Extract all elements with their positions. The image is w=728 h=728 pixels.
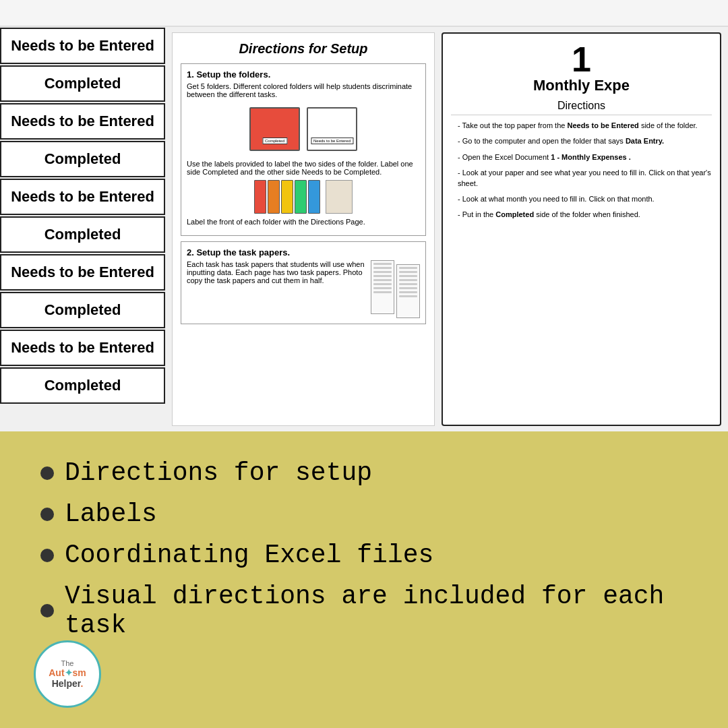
- middle-panel: Directions for Setup 1. Setup the folder…: [172, 32, 435, 426]
- left-panel: Needs to be EnteredCompletedNeeds to be …: [0, 27, 165, 431]
- section2-heading: 2. Setup the task papers.: [187, 247, 420, 257]
- monthly-title: Monthly Expe: [451, 77, 712, 94]
- bottom-panel: Directions for setupLabelsCoordinating E…: [0, 431, 728, 728]
- completed-label-5: Completed: [0, 216, 165, 253]
- bullet-list: Directions for setupLabelsCoordinating E…: [40, 458, 688, 640]
- top-bar: [0, 0, 728, 27]
- bullet-text-1: Labels: [65, 499, 157, 528]
- completed-folder-label: Completed: [262, 138, 287, 144]
- section2-text: Each task has task papers that students …: [187, 260, 365, 284]
- section1-text1: Get 5 folders. Different colored folders…: [187, 82, 420, 98]
- section1-box: 1. Setup the folders. Get 5 folders. Dif…: [181, 63, 426, 236]
- star-icon: ✦: [65, 667, 73, 678]
- direction-item-3: Look at your paper and see what year you…: [451, 168, 712, 189]
- main-content: Needs to be EnteredCompletedNeeds to be …: [0, 27, 728, 431]
- folder-with-paper: [326, 180, 353, 214]
- right-panel: 1 Monthly Expe Directions Take out the t…: [442, 32, 721, 426]
- bullet-text-0: Directions for setup: [65, 458, 372, 487]
- bullet-item-2: Coordinating Excel files: [40, 541, 688, 570]
- stacked-folders: [187, 180, 420, 214]
- directions-label: Directions: [451, 100, 712, 115]
- section1-text2: Use the labels provided to label the two…: [187, 160, 420, 176]
- bullet-dot-1: [40, 508, 54, 521]
- bullet-item-1: Labels: [40, 499, 688, 528]
- section1-heading: 1. Setup the folders.: [187, 69, 420, 80]
- bullet-text-3: Visual directions are included for each …: [65, 582, 688, 640]
- folder-yellow: [281, 180, 293, 214]
- direction-item-5: Put in the Completed side of the folder …: [451, 210, 712, 220]
- folder-orange: [268, 180, 280, 214]
- needs-label-4: Needs to be Entered: [0, 179, 165, 215]
- section2-box: 2. Setup the task papers. Each task has …: [181, 241, 426, 324]
- needs-label-6: Needs to be Entered: [0, 254, 165, 291]
- bullet-dot-3: [40, 604, 54, 617]
- monthly-number: 1: [451, 42, 712, 77]
- logo-the: The: [61, 659, 74, 667]
- logo-circle: The Aut✦sm Helper.: [34, 640, 101, 708]
- task-paper-2: [396, 264, 420, 318]
- completed-label-7: Completed: [0, 292, 165, 328]
- folder-red: [254, 180, 266, 214]
- needs-folder-label: Needs to be Entered: [311, 138, 353, 144]
- logo-autism: Aut✦sm: [49, 667, 86, 678]
- folder-green: [295, 180, 307, 214]
- completed-label-1: Completed: [0, 65, 165, 102]
- logo-helper: Helper.: [52, 678, 84, 689]
- bullet-dot-2: [40, 549, 54, 562]
- open-folder-illustration: Completed Needs to be Entered: [246, 104, 361, 154]
- bullet-item-0: Directions for setup: [40, 458, 688, 487]
- completed-label-9: Completed: [0, 367, 165, 404]
- folder-blue: [308, 180, 320, 214]
- task-paper-1: [371, 260, 394, 314]
- logo-area: The Aut✦sm Helper.: [34, 640, 101, 708]
- task-papers-area: [371, 260, 420, 318]
- directions-list: Take out the top paper from the Needs to…: [451, 121, 712, 220]
- needs-label-2: Needs to be Entered: [0, 103, 165, 140]
- bullet-text-2: Coordinating Excel files: [65, 541, 433, 570]
- needs-label-8: Needs to be Entered: [0, 330, 165, 366]
- direction-item-1: Go to the computer and open the folder t…: [451, 136, 712, 146]
- bullet-item-3: Visual directions are included for each …: [40, 582, 688, 640]
- needs-label-0: Needs to be Entered: [0, 28, 165, 64]
- folder-right-side: Needs to be Entered: [307, 107, 357, 151]
- section1-text3: Label the front of each folder with the …: [187, 218, 420, 226]
- bullet-dot-0: [40, 466, 54, 480]
- direction-item-0: Take out the top paper from the Needs to…: [451, 121, 712, 131]
- completed-label-3: Completed: [0, 141, 165, 177]
- folder-left-side: Completed: [249, 107, 300, 151]
- direction-item-2: Open the Excel Document 1 - Monthly Expe…: [451, 152, 712, 162]
- directions-title: Directions for Setup: [181, 41, 426, 57]
- direction-item-4: Look at what month you need to fill in. …: [451, 194, 712, 204]
